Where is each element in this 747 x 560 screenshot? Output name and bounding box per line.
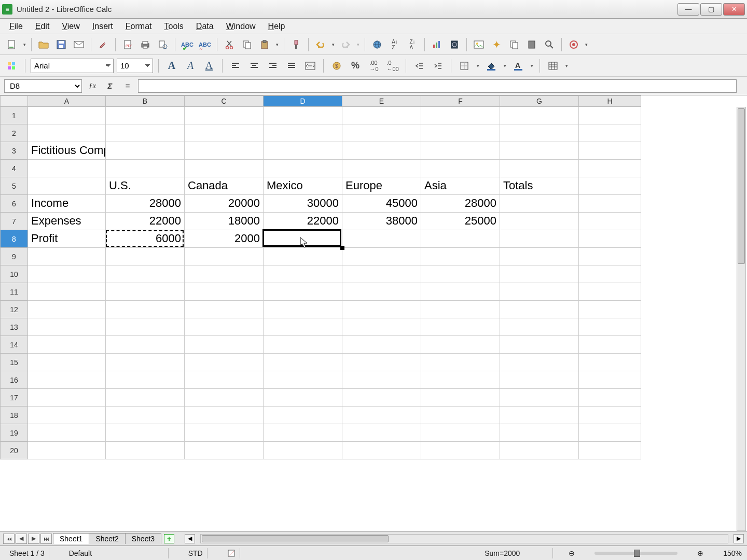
cell-A10[interactable] <box>28 265 106 283</box>
currency-button[interactable]: $ <box>329 58 344 74</box>
italic-button[interactable]: A <box>183 58 198 74</box>
cell-G12[interactable] <box>500 301 579 318</box>
align-left-button[interactable] <box>228 58 243 74</box>
tab-first-button[interactable]: ⏮ <box>3 534 15 544</box>
cell-C14[interactable] <box>185 336 264 354</box>
copy-button[interactable] <box>239 37 255 52</box>
cell-E10[interactable] <box>342 265 421 283</box>
menu-data[interactable]: Data <box>191 20 219 33</box>
cell-D5[interactable]: Mexico <box>264 177 342 195</box>
menu-insert[interactable]: Insert <box>87 20 118 33</box>
cell-D12[interactable] <box>264 301 342 318</box>
cell-F4[interactable] <box>421 160 500 177</box>
paste-button[interactable] <box>257 37 272 52</box>
name-box[interactable]: D8 <box>4 79 82 93</box>
cell-D2[interactable] <box>264 124 342 142</box>
status-sum[interactable]: Sum=2000 <box>480 548 553 558</box>
menu-edit[interactable]: Edit <box>30 20 55 33</box>
cell-D11[interactable] <box>264 283 342 301</box>
cell-B4[interactable] <box>106 160 185 177</box>
cell-F8[interactable] <box>421 230 500 248</box>
cell-A6[interactable]: Income <box>28 195 106 213</box>
open-button[interactable] <box>36 37 51 52</box>
cell-D19[interactable] <box>264 424 342 442</box>
bg-color-dropdown[interactable]: ▾ <box>502 63 507 68</box>
cell-H16[interactable] <box>579 371 641 389</box>
function-wizard-button[interactable]: ƒx <box>85 79 100 93</box>
cell-B9[interactable] <box>106 248 185 265</box>
maximize-button[interactable]: ▢ <box>700 3 722 16</box>
cell-B19[interactable] <box>106 424 185 442</box>
cell-G20[interactable] <box>500 442 579 459</box>
export-pdf-button[interactable]: PDF <box>120 37 135 52</box>
horizontal-scrollbar[interactable] <box>200 534 728 543</box>
minimize-button[interactable]: — <box>677 3 699 16</box>
edit-button[interactable] <box>95 37 111 52</box>
cell-E18[interactable] <box>342 407 421 424</box>
new-doc-dropdown[interactable]: ▾ <box>22 42 27 47</box>
column-header-D[interactable]: D <box>264 95 342 107</box>
cell-D15[interactable] <box>264 354 342 371</box>
undo-button[interactable] <box>313 37 328 52</box>
datasources-button[interactable]: ✦ <box>489 37 504 52</box>
cell-B10[interactable] <box>106 265 185 283</box>
cell-G2[interactable] <box>500 124 579 142</box>
cell-E2[interactable] <box>342 124 421 142</box>
cell-D10[interactable] <box>264 265 342 283</box>
cell-H4[interactable] <box>579 160 641 177</box>
cell-G18[interactable] <box>500 407 579 424</box>
row-header-10[interactable]: 10 <box>0 265 28 283</box>
redo-dropdown[interactable]: ▾ <box>355 42 361 47</box>
record-changes-button[interactable] <box>506 37 522 52</box>
cell-A9[interactable] <box>28 248 106 265</box>
chart-button[interactable] <box>429 37 445 52</box>
cell-A13[interactable] <box>28 318 106 336</box>
row-header-2[interactable]: 2 <box>0 124 28 142</box>
cell-C4[interactable] <box>185 160 264 177</box>
cell-B3[interactable] <box>106 142 185 160</box>
cell-C19[interactable] <box>185 424 264 442</box>
status-signature[interactable] <box>223 548 240 558</box>
cell-E20[interactable] <box>342 442 421 459</box>
add-decimal-button[interactable]: .00→0 <box>366 58 382 74</box>
sum-button[interactable]: Σ <box>103 79 117 93</box>
column-header-G[interactable]: G <box>500 95 579 107</box>
cell-B14[interactable] <box>106 336 185 354</box>
cell-G17[interactable] <box>500 389 579 407</box>
cell-G15[interactable] <box>500 354 579 371</box>
cell-B11[interactable] <box>106 283 185 301</box>
sheet-tab-sheet1[interactable]: Sheet1 <box>53 533 89 544</box>
percent-button[interactable]: % <box>348 58 363 74</box>
cell-F7[interactable]: 25000 <box>421 213 500 230</box>
cell-H8[interactable] <box>579 230 641 248</box>
cell-C7[interactable]: 18000 <box>185 213 264 230</box>
cell-B17[interactable] <box>106 389 185 407</box>
cell-D9[interactable] <box>264 248 342 265</box>
cell-H9[interactable] <box>579 248 641 265</box>
row-header-19[interactable]: 19 <box>0 424 28 442</box>
cell-B8[interactable]: 6000 <box>106 230 185 248</box>
headers-button[interactable] <box>524 37 540 52</box>
row-header-13[interactable]: 13 <box>0 318 28 336</box>
row-header-20[interactable]: 20 <box>0 442 28 459</box>
cell-H1[interactable] <box>579 107 641 124</box>
cell-B20[interactable] <box>106 442 185 459</box>
cell-G5[interactable]: Totals <box>500 177 579 195</box>
cell-F6[interactable]: 28000 <box>421 195 500 213</box>
cell-E5[interactable]: Europe <box>342 177 421 195</box>
row-header-18[interactable]: 18 <box>0 407 28 424</box>
cell-C3[interactable] <box>185 142 264 160</box>
column-header-E[interactable]: E <box>342 95 421 107</box>
column-header-A[interactable]: A <box>28 95 106 107</box>
cell-B7[interactable]: 22000 <box>106 213 185 230</box>
cell-G4[interactable] <box>500 160 579 177</box>
tab-next-button[interactable]: ▶ <box>28 534 39 544</box>
cell-H13[interactable] <box>579 318 641 336</box>
tab-last-button[interactable]: ⏭ <box>40 534 52 544</box>
cell-A19[interactable] <box>28 424 106 442</box>
fill-handle[interactable] <box>340 246 344 250</box>
cell-F18[interactable] <box>421 407 500 424</box>
navigator-button[interactable] <box>447 37 462 52</box>
borders-dropdown[interactable]: ▾ <box>475 63 480 68</box>
cell-F9[interactable] <box>421 248 500 265</box>
